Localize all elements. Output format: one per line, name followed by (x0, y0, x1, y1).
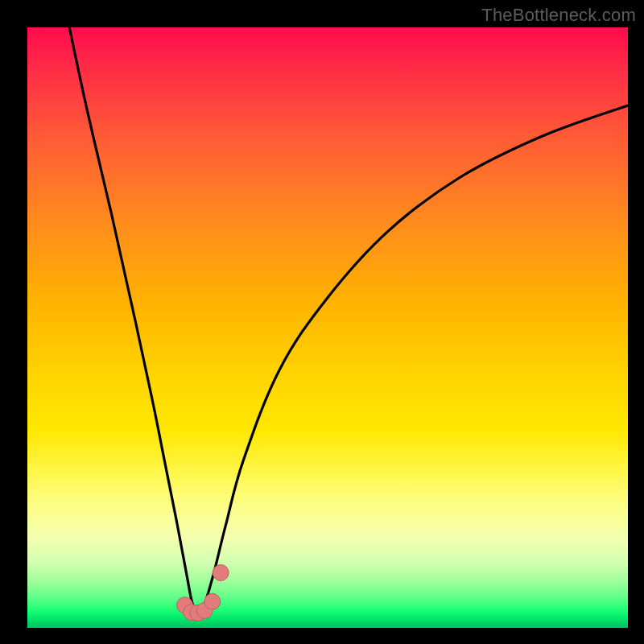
curve-svg (27, 27, 628, 628)
highlight-dots-group (177, 564, 229, 621)
chart-container: TheBottleneck.com (0, 0, 644, 644)
highlight-dot (213, 564, 229, 580)
highlight-dot (204, 593, 221, 609)
plot-area (27, 27, 628, 628)
bottleneck-curve (69, 27, 628, 610)
watermark-text: TheBottleneck.com (481, 5, 636, 26)
